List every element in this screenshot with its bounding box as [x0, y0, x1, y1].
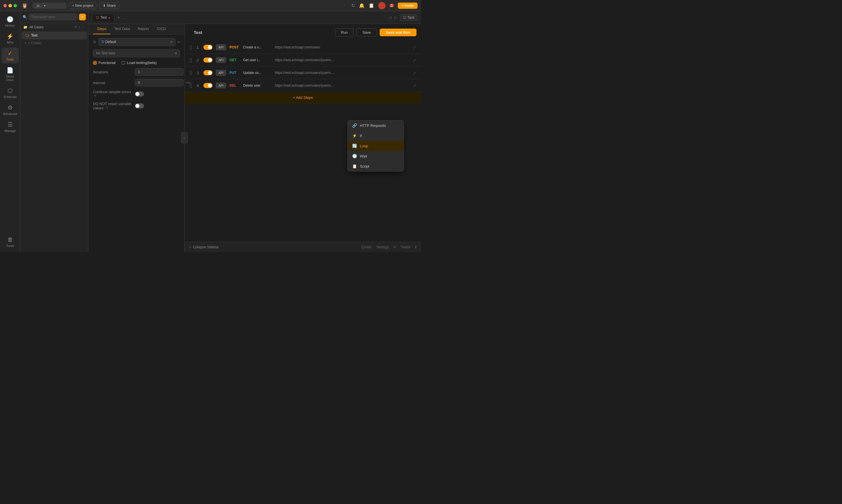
- sidebar-label-trash: Trash: [6, 244, 14, 248]
- avatar[interactable]: [378, 2, 386, 10]
- create-button[interactable]: + + Create: [20, 39, 88, 47]
- project-tab-label: je...: [37, 4, 42, 8]
- step-expand-2[interactable]: ⤢: [413, 58, 417, 62]
- sidebar-label-advanced: Advanced: [3, 112, 17, 115]
- all-cases-label: All Cases: [29, 25, 43, 29]
- tests-icon: ✓: [8, 50, 13, 57]
- save-and-run-button[interactable]: Save and Run: [380, 29, 417, 36]
- context-item-if[interactable]: ⚡ If: [348, 130, 404, 141]
- sidebar-item-schemas[interactable]: ⬡ Schemas: [2, 85, 19, 101]
- add-tab-button[interactable]: +: [116, 15, 121, 20]
- tab-test-data[interactable]: Test Data: [110, 24, 134, 34]
- iterations-input[interactable]: [135, 68, 183, 76]
- add-folder-button[interactable]: +: [79, 14, 86, 20]
- step-expand-1[interactable]: ⤢: [413, 45, 417, 50]
- http-icon: 🔗: [352, 123, 357, 128]
- invite-button[interactable]: + Invite: [398, 3, 418, 9]
- sidebar-item-advanced[interactable]: ⚙ Advanced: [2, 102, 19, 118]
- main-layout: 🕐 History ⚡ APIs ✓ Tests 📄 Share Docs ⬡ …: [0, 11, 421, 252]
- functional-radio[interactable]: [93, 61, 97, 65]
- bell-icon[interactable]: 🔔: [359, 3, 365, 8]
- sidebar-item-manage[interactable]: ☰ Manage: [2, 119, 19, 135]
- load-testing-label: Load testing(beta): [127, 60, 157, 65]
- load-testing-option[interactable]: Load testing(beta): [121, 60, 157, 65]
- sidebar-label-share-docs: Share Docs: [3, 75, 18, 82]
- retain-variable-toggle[interactable]: [135, 103, 144, 108]
- load-testing-radio[interactable]: [121, 61, 125, 65]
- context-item-http[interactable]: 🔗 HTTP Requests: [348, 120, 404, 130]
- sidebar-item-apis[interactable]: ⚡ APIs: [2, 31, 19, 47]
- tab-report[interactable]: Report: [134, 24, 153, 34]
- content-area: ⬡ Test ● + ... ◁ ▷ ☐ Task Steps Test: [88, 11, 421, 252]
- context-item-wait[interactable]: 🕐 Wait: [348, 151, 404, 161]
- drag-handle-4[interactable]: ⣿: [189, 83, 192, 88]
- sidebar-item-tests[interactable]: ✓ Tests: [2, 48, 19, 64]
- steps-container: Steps Test Data Report CICD ⚙ D Default …: [88, 24, 421, 252]
- drag-handle-3[interactable]: ⣿: [189, 71, 192, 75]
- more-icon[interactable]: ⋮: [82, 25, 85, 29]
- sidebar-label-tests: Tests: [6, 58, 14, 61]
- twitter-icon: ✕: [393, 245, 396, 249]
- context-item-script[interactable]: 📋 Script: [348, 161, 404, 171]
- drag-handle-1[interactable]: ⣿: [189, 45, 192, 50]
- drag-handle-2[interactable]: ⣿: [189, 58, 192, 62]
- create-label: + Create: [28, 41, 41, 45]
- file-item-test[interactable]: ⬡ Test: [21, 32, 87, 39]
- step-method-2: GET: [229, 58, 240, 62]
- default-dropdown[interactable]: D Default ▾: [99, 38, 175, 46]
- sort-icon[interactable]: ↕: [78, 25, 80, 29]
- sidebar-item-share-docs[interactable]: 📄 Share Docs: [2, 65, 19, 84]
- hamburger-icon[interactable]: ≡: [178, 40, 180, 44]
- step-number-1: 1: [195, 45, 200, 50]
- step-method-1: POST: [229, 45, 240, 49]
- sidebar-item-trash[interactable]: 🗑 Trash: [2, 234, 19, 250]
- test-tab-label: Test: [101, 16, 107, 20]
- functional-option[interactable]: Functional: [93, 60, 116, 65]
- refresh-icon[interactable]: ↻: [351, 3, 355, 8]
- new-project-button[interactable]: + New project: [69, 2, 97, 9]
- interval-input[interactable]: [135, 79, 183, 86]
- doc-icon[interactable]: 📋: [369, 3, 374, 8]
- cookie-link[interactable]: Cookie: [361, 245, 372, 249]
- close-button[interactable]: [3, 4, 7, 7]
- continue-errors-toggle[interactable]: [135, 91, 144, 96]
- tab-test[interactable]: ⬡ Test ●: [92, 14, 115, 21]
- step-toggle-4[interactable]: [204, 83, 212, 88]
- run-button[interactable]: Run: [335, 28, 354, 37]
- no-test-data-dropdown[interactable]: No Test data ▾: [93, 49, 180, 57]
- save-button[interactable]: Save: [356, 28, 377, 37]
- iterations-row: Iterations: [93, 68, 180, 76]
- add-steps-button[interactable]: + Add Steps: [185, 92, 421, 103]
- steps-title: Test: [189, 26, 332, 38]
- minimize-button[interactable]: [8, 4, 12, 7]
- tab-steps[interactable]: Steps: [93, 24, 110, 34]
- share-button[interactable]: ⬆ Share: [99, 2, 120, 9]
- step-toggle-1[interactable]: [204, 45, 212, 50]
- maximize-button[interactable]: [14, 4, 17, 7]
- step-expand-3[interactable]: ⤢: [413, 71, 417, 75]
- collapse-panel-button[interactable]: «: [181, 132, 188, 144]
- step-expand-4[interactable]: ⤢: [413, 83, 417, 88]
- settings-link[interactable]: Settings: [376, 245, 388, 249]
- more-tabs-button[interactable]: ...: [123, 15, 126, 20]
- step-toggle-3[interactable]: [204, 70, 212, 75]
- step-toggle-2[interactable]: [204, 57, 212, 62]
- config-tabs: Steps Test Data Report CICD: [88, 24, 185, 35]
- step-number-2: 2: [195, 58, 200, 62]
- sidebar-label-history: History: [5, 24, 15, 27]
- nav-left-icon[interactable]: ◁: [389, 15, 391, 20]
- context-item-loop[interactable]: 🔄 Loop: [348, 141, 404, 151]
- steps-panel: Test Run Save Save and Run ⣿ 1 API POST …: [185, 24, 421, 252]
- footer-left: « Collapse Sidebar: [189, 245, 219, 249]
- nav-right-icon[interactable]: ▷: [394, 15, 397, 20]
- search-input[interactable]: [29, 14, 77, 20]
- sync-icon[interactable]: ↺: [74, 25, 77, 29]
- step-url-1: https://rest.echoapi.com/users: [275, 45, 410, 49]
- twitter-link[interactable]: Twitter: [401, 245, 410, 249]
- collapse-sidebar-button[interactable]: Collapse Sidebar: [193, 245, 219, 249]
- info-icon[interactable]: ℹ: [415, 245, 417, 249]
- current-project-tab[interactable]: je... ▾: [32, 3, 66, 9]
- sidebar-item-history[interactable]: 🕐 History: [2, 14, 19, 30]
- task-button[interactable]: ☐ Task: [400, 14, 418, 21]
- tab-cicd[interactable]: CICD: [153, 24, 170, 34]
